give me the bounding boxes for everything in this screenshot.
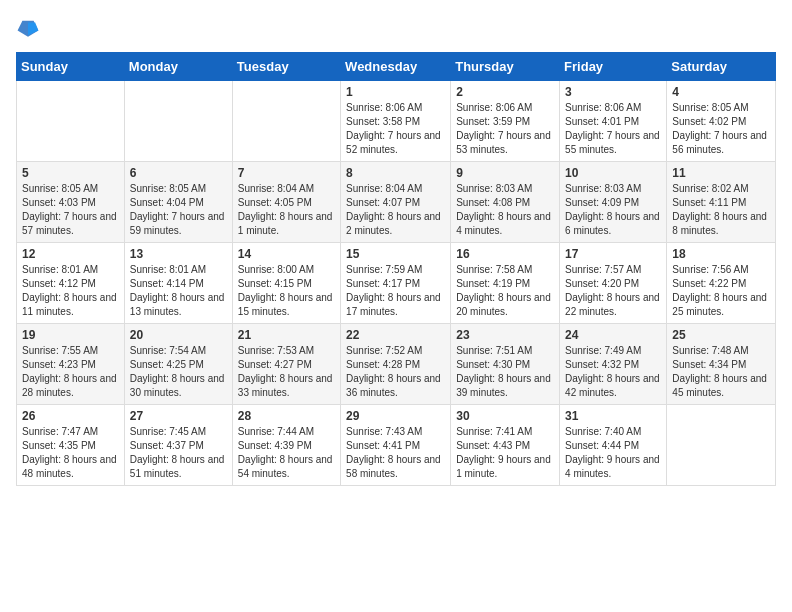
calendar-cell: 8Sunrise: 8:04 AM Sunset: 4:07 PM Daylig…: [341, 162, 451, 243]
weekday-header-sunday: Sunday: [17, 53, 125, 81]
calendar-cell: 3Sunrise: 8:06 AM Sunset: 4:01 PM Daylig…: [560, 81, 667, 162]
day-number: 13: [130, 247, 227, 261]
day-info: Sunrise: 7:52 AM Sunset: 4:28 PM Dayligh…: [346, 344, 445, 400]
day-number: 18: [672, 247, 770, 261]
day-number: 31: [565, 409, 661, 423]
day-number: 20: [130, 328, 227, 342]
logo-icon: [16, 16, 40, 40]
weekday-header-thursday: Thursday: [451, 53, 560, 81]
calendar-cell: 17Sunrise: 7:57 AM Sunset: 4:20 PM Dayli…: [560, 243, 667, 324]
day-info: Sunrise: 7:55 AM Sunset: 4:23 PM Dayligh…: [22, 344, 119, 400]
weekday-header-row: SundayMondayTuesdayWednesdayThursdayFrid…: [17, 53, 776, 81]
day-number: 17: [565, 247, 661, 261]
day-number: 29: [346, 409, 445, 423]
day-info: Sunrise: 8:05 AM Sunset: 4:02 PM Dayligh…: [672, 101, 770, 157]
day-info: Sunrise: 8:04 AM Sunset: 4:07 PM Dayligh…: [346, 182, 445, 238]
calendar-cell: 7Sunrise: 8:04 AM Sunset: 4:05 PM Daylig…: [232, 162, 340, 243]
calendar-cell: 2Sunrise: 8:06 AM Sunset: 3:59 PM Daylig…: [451, 81, 560, 162]
day-info: Sunrise: 7:59 AM Sunset: 4:17 PM Dayligh…: [346, 263, 445, 319]
calendar-cell: 12Sunrise: 8:01 AM Sunset: 4:12 PM Dayli…: [17, 243, 125, 324]
day-number: 25: [672, 328, 770, 342]
logo: [16, 16, 44, 40]
week-row-3: 12Sunrise: 8:01 AM Sunset: 4:12 PM Dayli…: [17, 243, 776, 324]
day-info: Sunrise: 7:49 AM Sunset: 4:32 PM Dayligh…: [565, 344, 661, 400]
day-info: Sunrise: 8:04 AM Sunset: 4:05 PM Dayligh…: [238, 182, 335, 238]
week-row-2: 5Sunrise: 8:05 AM Sunset: 4:03 PM Daylig…: [17, 162, 776, 243]
calendar-cell: 13Sunrise: 8:01 AM Sunset: 4:14 PM Dayli…: [124, 243, 232, 324]
day-info: Sunrise: 8:00 AM Sunset: 4:15 PM Dayligh…: [238, 263, 335, 319]
weekday-header-monday: Monday: [124, 53, 232, 81]
day-info: Sunrise: 7:43 AM Sunset: 4:41 PM Dayligh…: [346, 425, 445, 481]
calendar-cell: 4Sunrise: 8:05 AM Sunset: 4:02 PM Daylig…: [667, 81, 776, 162]
day-info: Sunrise: 8:06 AM Sunset: 4:01 PM Dayligh…: [565, 101, 661, 157]
calendar-cell: 22Sunrise: 7:52 AM Sunset: 4:28 PM Dayli…: [341, 324, 451, 405]
day-info: Sunrise: 8:03 AM Sunset: 4:08 PM Dayligh…: [456, 182, 554, 238]
day-number: 3: [565, 85, 661, 99]
day-info: Sunrise: 8:01 AM Sunset: 4:14 PM Dayligh…: [130, 263, 227, 319]
calendar-table: SundayMondayTuesdayWednesdayThursdayFrid…: [16, 52, 776, 486]
day-number: 1: [346, 85, 445, 99]
week-row-4: 19Sunrise: 7:55 AM Sunset: 4:23 PM Dayli…: [17, 324, 776, 405]
week-row-1: 1Sunrise: 8:06 AM Sunset: 3:58 PM Daylig…: [17, 81, 776, 162]
calendar-cell: [17, 81, 125, 162]
week-row-5: 26Sunrise: 7:47 AM Sunset: 4:35 PM Dayli…: [17, 405, 776, 486]
day-number: 16: [456, 247, 554, 261]
day-number: 10: [565, 166, 661, 180]
calendar-cell: 14Sunrise: 8:00 AM Sunset: 4:15 PM Dayli…: [232, 243, 340, 324]
day-number: 7: [238, 166, 335, 180]
calendar-cell: 24Sunrise: 7:49 AM Sunset: 4:32 PM Dayli…: [560, 324, 667, 405]
calendar-cell: 27Sunrise: 7:45 AM Sunset: 4:37 PM Dayli…: [124, 405, 232, 486]
calendar-cell: [667, 405, 776, 486]
day-number: 12: [22, 247, 119, 261]
day-number: 6: [130, 166, 227, 180]
day-info: Sunrise: 7:56 AM Sunset: 4:22 PM Dayligh…: [672, 263, 770, 319]
day-info: Sunrise: 8:05 AM Sunset: 4:03 PM Dayligh…: [22, 182, 119, 238]
day-number: 5: [22, 166, 119, 180]
day-number: 19: [22, 328, 119, 342]
day-info: Sunrise: 7:51 AM Sunset: 4:30 PM Dayligh…: [456, 344, 554, 400]
day-number: 8: [346, 166, 445, 180]
day-number: 23: [456, 328, 554, 342]
weekday-header-friday: Friday: [560, 53, 667, 81]
day-info: Sunrise: 8:03 AM Sunset: 4:09 PM Dayligh…: [565, 182, 661, 238]
calendar-cell: 26Sunrise: 7:47 AM Sunset: 4:35 PM Dayli…: [17, 405, 125, 486]
calendar-cell: 19Sunrise: 7:55 AM Sunset: 4:23 PM Dayli…: [17, 324, 125, 405]
calendar-cell: 28Sunrise: 7:44 AM Sunset: 4:39 PM Dayli…: [232, 405, 340, 486]
day-number: 24: [565, 328, 661, 342]
calendar-cell: 5Sunrise: 8:05 AM Sunset: 4:03 PM Daylig…: [17, 162, 125, 243]
calendar-cell: 21Sunrise: 7:53 AM Sunset: 4:27 PM Dayli…: [232, 324, 340, 405]
day-info: Sunrise: 8:01 AM Sunset: 4:12 PM Dayligh…: [22, 263, 119, 319]
day-info: Sunrise: 7:54 AM Sunset: 4:25 PM Dayligh…: [130, 344, 227, 400]
calendar-cell: [232, 81, 340, 162]
day-info: Sunrise: 8:06 AM Sunset: 3:59 PM Dayligh…: [456, 101, 554, 157]
day-info: Sunrise: 7:40 AM Sunset: 4:44 PM Dayligh…: [565, 425, 661, 481]
day-number: 28: [238, 409, 335, 423]
day-number: 22: [346, 328, 445, 342]
day-number: 30: [456, 409, 554, 423]
calendar-cell: 15Sunrise: 7:59 AM Sunset: 4:17 PM Dayli…: [341, 243, 451, 324]
calendar-cell: [124, 81, 232, 162]
calendar-cell: 1Sunrise: 8:06 AM Sunset: 3:58 PM Daylig…: [341, 81, 451, 162]
weekday-header-tuesday: Tuesday: [232, 53, 340, 81]
day-number: 11: [672, 166, 770, 180]
day-number: 15: [346, 247, 445, 261]
calendar-cell: 10Sunrise: 8:03 AM Sunset: 4:09 PM Dayli…: [560, 162, 667, 243]
calendar-cell: 29Sunrise: 7:43 AM Sunset: 4:41 PM Dayli…: [341, 405, 451, 486]
day-info: Sunrise: 7:45 AM Sunset: 4:37 PM Dayligh…: [130, 425, 227, 481]
day-number: 14: [238, 247, 335, 261]
calendar-cell: 23Sunrise: 7:51 AM Sunset: 4:30 PM Dayli…: [451, 324, 560, 405]
day-number: 4: [672, 85, 770, 99]
day-info: Sunrise: 7:58 AM Sunset: 4:19 PM Dayligh…: [456, 263, 554, 319]
calendar-cell: 25Sunrise: 7:48 AM Sunset: 4:34 PM Dayli…: [667, 324, 776, 405]
calendar-cell: 16Sunrise: 7:58 AM Sunset: 4:19 PM Dayli…: [451, 243, 560, 324]
calendar-cell: 11Sunrise: 8:02 AM Sunset: 4:11 PM Dayli…: [667, 162, 776, 243]
calendar-cell: 31Sunrise: 7:40 AM Sunset: 4:44 PM Dayli…: [560, 405, 667, 486]
page-header: [16, 16, 776, 40]
calendar-cell: 20Sunrise: 7:54 AM Sunset: 4:25 PM Dayli…: [124, 324, 232, 405]
day-info: Sunrise: 7:53 AM Sunset: 4:27 PM Dayligh…: [238, 344, 335, 400]
day-number: 21: [238, 328, 335, 342]
day-info: Sunrise: 7:48 AM Sunset: 4:34 PM Dayligh…: [672, 344, 770, 400]
day-info: Sunrise: 8:05 AM Sunset: 4:04 PM Dayligh…: [130, 182, 227, 238]
day-info: Sunrise: 8:02 AM Sunset: 4:11 PM Dayligh…: [672, 182, 770, 238]
day-number: 27: [130, 409, 227, 423]
